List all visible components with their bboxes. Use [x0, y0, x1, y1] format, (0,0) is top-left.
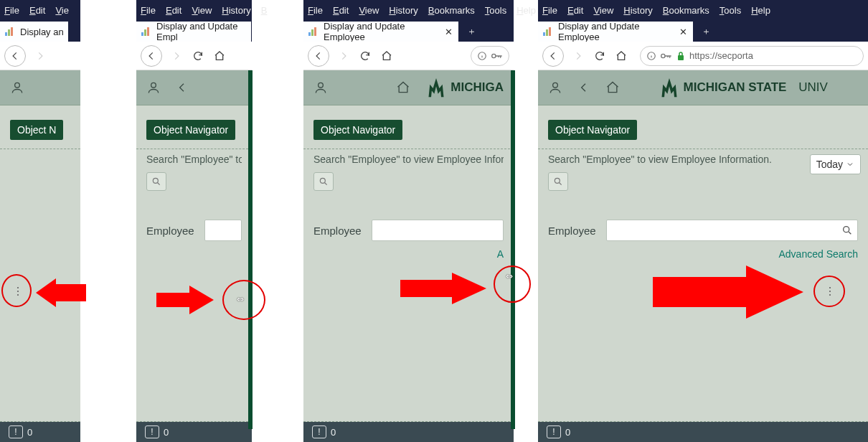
- splitter-handle-dots[interactable]: [828, 287, 832, 296]
- svg-point-24: [844, 227, 849, 232]
- menu-view[interactable]: View: [192, 5, 212, 16]
- chevron-down-icon: [846, 160, 854, 169]
- svg-rect-1: [8, 29, 10, 36]
- advanced-search-link[interactable]: Advanced Search: [778, 248, 858, 260]
- svg-rect-18: [549, 27, 551, 36]
- url-bar[interactable]: https://secporta: [640, 46, 864, 66]
- menu-edit[interactable]: Edit: [567, 5, 583, 16]
- search-icon: [841, 225, 853, 236]
- menu-history[interactable]: History: [623, 5, 652, 16]
- employee-input[interactable]: [606, 220, 858, 241]
- messages-icon[interactable]: !: [9, 425, 23, 438]
- tab-favicon: [141, 26, 152, 37]
- search-hint: Search "Employee" to view Employee Infor…: [313, 154, 504, 165]
- messages-count: 0: [565, 427, 570, 438]
- brand-logo: MICHIGA: [426, 77, 504, 98]
- nav-forward-button: [33, 49, 47, 63]
- nav-home-button[interactable]: [614, 49, 628, 63]
- user-icon[interactable]: [10, 80, 24, 95]
- tab-add-button[interactable]: ＋: [696, 22, 716, 42]
- search-button[interactable]: [313, 172, 334, 191]
- svg-rect-17: [546, 29, 548, 36]
- svg-point-13: [492, 54, 496, 57]
- menu-tools[interactable]: Tools: [720, 5, 741, 16]
- menu-help[interactable]: Help: [516, 5, 536, 16]
- app-home-icon[interactable]: [605, 80, 620, 95]
- browser-tab[interactable]: Display and Update Employee ✕: [303, 22, 458, 42]
- splitter-handle-dots[interactable]: [16, 287, 20, 296]
- brand-logo: MICHIGAN STATE UNIV: [659, 77, 828, 98]
- nav-back-button[interactable]: [141, 45, 162, 67]
- menu-help[interactable]: Help: [751, 5, 770, 16]
- object-navigator-button[interactable]: Object N: [10, 120, 63, 140]
- app-back-icon[interactable]: [578, 82, 590, 93]
- svg-rect-6: [147, 27, 149, 36]
- object-navigator-button[interactable]: Object Navigator: [313, 120, 402, 140]
- object-navigator-button[interactable]: Object Navigator: [146, 120, 235, 140]
- employee-label: Employee: [548, 225, 596, 237]
- search-button[interactable]: [548, 172, 568, 191]
- url-security-pill[interactable]: [471, 46, 509, 66]
- messages-count: 0: [164, 427, 169, 438]
- nav-back-button[interactable]: [542, 45, 564, 67]
- svg-point-8: [153, 178, 158, 183]
- employee-input[interactable]: [372, 220, 504, 241]
- menu-edit[interactable]: Edit: [333, 5, 349, 16]
- user-icon[interactable]: [313, 80, 328, 95]
- tab-title: Display and Update Employee: [558, 22, 674, 42]
- menu-edit[interactable]: Edit: [29, 5, 45, 16]
- nav-back-button[interactable]: [308, 45, 329, 67]
- svg-rect-5: [144, 29, 146, 36]
- menu-view[interactable]: View: [593, 5, 613, 16]
- messages-icon[interactable]: !: [145, 425, 159, 438]
- search-button[interactable]: [146, 172, 166, 191]
- menu-file[interactable]: File: [4, 5, 19, 16]
- menu-bookmarks[interactable]: B: [261, 5, 268, 16]
- menu-tools[interactable]: Tools: [485, 5, 506, 16]
- messages-count: 0: [27, 427, 32, 438]
- browser-tab[interactable]: Display and Update Empl: [136, 22, 251, 42]
- resize-cursor-icon: ⇔: [506, 271, 513, 281]
- svg-point-23: [555, 178, 560, 183]
- menu-history[interactable]: History: [389, 5, 418, 16]
- advanced-search-link[interactable]: A: [497, 248, 504, 260]
- browser-tab[interactable]: Display and Update Employee ✕: [538, 22, 693, 42]
- employee-label: Employee: [146, 225, 194, 237]
- menu-bookmarks[interactable]: Bookmarks: [428, 5, 475, 16]
- nav-home-button[interactable]: [212, 49, 227, 63]
- user-icon[interactable]: [548, 80, 562, 95]
- menu-edit[interactable]: Edit: [166, 5, 181, 16]
- tab-favicon: [4, 26, 16, 37]
- messages-icon[interactable]: !: [547, 425, 561, 438]
- svg-point-14: [319, 83, 324, 88]
- svg-rect-21: [678, 55, 684, 60]
- svg-point-15: [320, 178, 325, 183]
- tab-add-button[interactable]: ＋: [461, 22, 481, 42]
- menu-file[interactable]: File: [308, 5, 323, 16]
- resize-cursor-icon: ⇔: [237, 294, 244, 304]
- nav-home-button[interactable]: [379, 49, 394, 63]
- svg-point-7: [151, 83, 156, 88]
- menu-history[interactable]: History: [222, 5, 250, 16]
- menu-file[interactable]: File: [542, 5, 557, 16]
- today-dropdown[interactable]: Today: [810, 154, 861, 174]
- menu-file[interactable]: File: [141, 5, 156, 16]
- nav-reload-button[interactable]: [593, 49, 607, 63]
- svg-rect-11: [314, 27, 316, 36]
- nav-reload-button[interactable]: [358, 49, 372, 63]
- employee-input[interactable]: [204, 220, 242, 241]
- menu-view[interactable]: Vie: [55, 5, 69, 16]
- tab-close-icon[interactable]: ✕: [678, 26, 689, 37]
- tab-close-icon[interactable]: ✕: [443, 26, 454, 37]
- user-icon[interactable]: [146, 80, 161, 95]
- menu-bookmarks[interactable]: Bookmarks: [663, 5, 709, 16]
- messages-icon[interactable]: !: [312, 425, 326, 438]
- app-back-icon[interactable]: [176, 82, 188, 93]
- app-home-icon[interactable]: [396, 80, 410, 95]
- browser-tab[interactable]: Display an: [0, 22, 68, 42]
- menu-view[interactable]: View: [359, 5, 379, 16]
- nav-reload-button[interactable]: [191, 49, 205, 63]
- info-icon: [646, 51, 656, 61]
- object-navigator-button[interactable]: Object Navigator: [548, 120, 637, 140]
- nav-back-button[interactable]: [4, 45, 26, 67]
